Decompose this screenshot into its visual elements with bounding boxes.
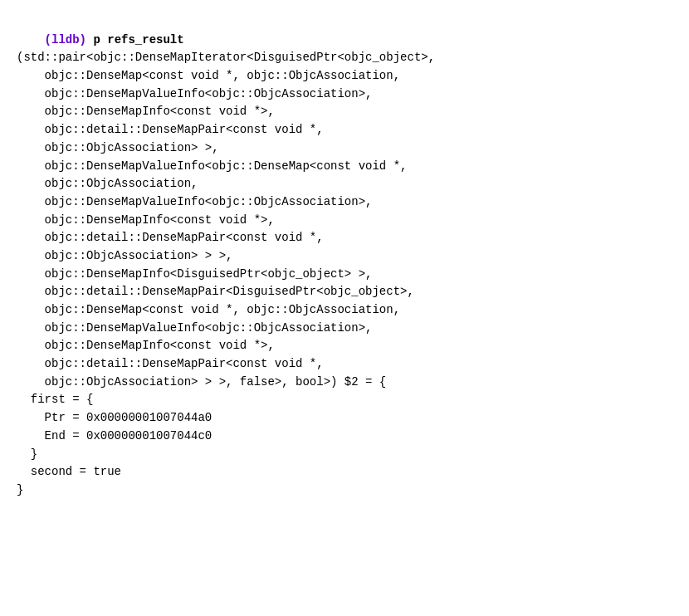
prompt-paren: (lldb) xyxy=(45,33,86,46)
terminal-container: (lldb) p refs_result (std::pair<objc::De… xyxy=(0,0,689,616)
code-output: (lldb) p refs_result (std::pair<objc::De… xyxy=(17,13,672,517)
prompt-command: p refs_result xyxy=(93,33,183,46)
output-line-1: (std::pair<objc::DenseMapIterator<Disgui… xyxy=(17,51,435,496)
prompt-line: (lldb) p refs_result xyxy=(45,33,184,46)
